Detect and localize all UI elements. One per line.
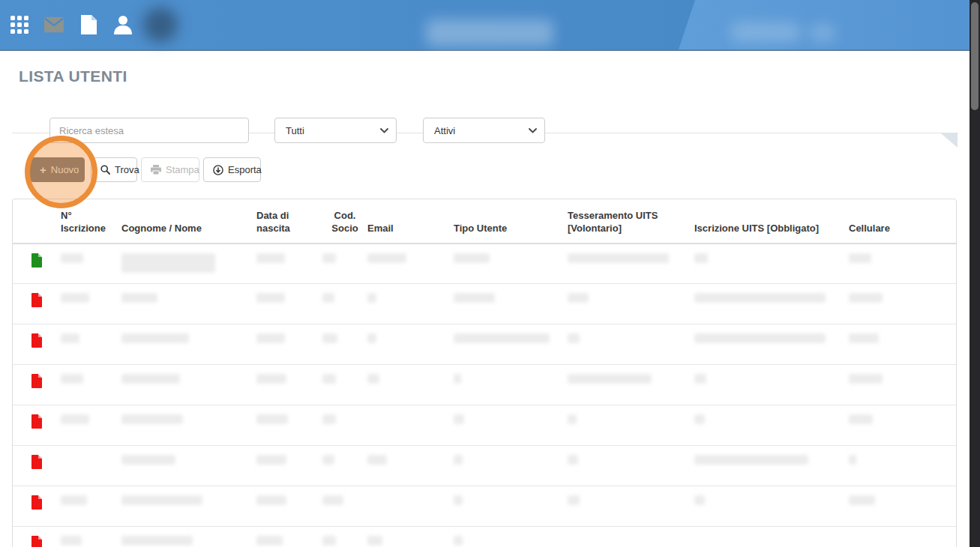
redacted-cell [849,495,875,505]
chevron-down-icon [380,128,388,133]
redacted-cell [849,374,883,384]
column-header-N° Iscrizione: N° Iscrizione [61,199,121,244]
table-row[interactable] [13,324,957,365]
filter-select-tipo[interactable]: Tutti [274,118,397,143]
redacted-cell [849,455,856,465]
filter-select-tipo-value: Tutti [286,125,380,136]
column-header-status [13,199,61,244]
user-icon[interactable] [113,15,133,34]
redacted-cell [367,374,379,384]
redacted-cell [121,333,189,343]
doc-red-icon[interactable] [31,293,42,307]
redacted-cell [322,455,334,465]
table-row[interactable] [13,365,957,405]
mail-icon[interactable] [44,15,64,34]
redacted-cell [61,333,79,343]
plus-icon: + [40,164,46,175]
navbar-title-redacted [426,19,553,46]
nuovo-button-label: Nuovo [51,164,79,175]
redacted-cell [61,293,89,303]
download-circle-icon [213,165,223,175]
navbar-right-item-redacted [810,24,835,42]
stampa-button-label: Stampa [166,164,199,175]
redacted-cell [454,414,464,424]
redacted-cell [61,536,82,546]
redacted-cell [694,414,705,424]
redacted-cell [322,536,336,546]
doc-red-icon[interactable] [31,536,42,547]
table-row[interactable] [13,244,957,284]
redacted-cell [121,374,180,384]
redacted-cell [849,293,883,303]
filter-select-stato-value: Attivi [434,125,529,136]
top-navbar [0,0,980,51]
doc-red-icon[interactable] [31,374,42,388]
scrollbar-thumb[interactable] [971,2,979,110]
table-row[interactable] [13,405,957,446]
table-row[interactable] [13,486,957,527]
redacted-cell [322,253,336,263]
redacted-cell [367,293,376,303]
redacted-cell [61,414,89,424]
stampa-button[interactable]: Stampa [141,157,199,182]
redacted-cell [694,333,826,343]
redacted-cell [322,495,343,505]
doc-red-icon[interactable] [31,455,42,469]
trova-button[interactable]: Trova [91,157,137,182]
redacted-cell [121,414,183,424]
redacted-cell [256,414,288,424]
redacted-cell [849,414,873,424]
column-header-Cod. Socio: Cod. Socio [322,199,367,244]
avatar[interactable] [143,7,178,42]
column-header-Email: Email [367,199,454,244]
redacted-cell [568,455,578,465]
redacted-cell [322,414,336,424]
redacted-cell [849,253,871,263]
redacted-cell [694,374,706,384]
table-row[interactable] [13,284,957,324]
esporta-button[interactable]: Esporta [203,157,261,182]
filter-select-stato[interactable]: Attivi [423,118,545,143]
column-header-Tesseramento UITS [Volontario]: Tesseramento UITS [Volontario] [568,199,694,244]
redacted-cell [454,253,490,263]
scrollbar[interactable] [970,0,980,547]
redacted-cell [694,495,705,505]
redacted-cell [849,333,879,343]
redacted-cell [454,333,550,343]
doc-red-icon[interactable] [31,414,42,429]
redacted-cell [256,374,286,384]
redacted-cell [367,253,406,263]
column-header-Tipo Utente: Tipo Utente [454,199,568,244]
redacted-cell [454,536,463,546]
nuovo-button[interactable]: + Nuovo [30,157,85,182]
redacted-cell [568,253,669,263]
search-input[interactable] [49,118,249,143]
redacted-cell [694,253,708,263]
doc-red-icon[interactable] [31,333,42,348]
redacted-cell [256,253,285,263]
document-icon[interactable] [79,15,98,34]
redacted-cell [367,455,387,465]
redacted-cell [61,374,83,384]
column-header-Cognome / Nome: Cognome / Nome [121,199,256,244]
table-header-row: N° IscrizioneCognome / NomeData di nasci… [13,199,957,244]
column-header-Cellulare: Cellulare [849,199,957,244]
redacted-cell [454,495,463,505]
redacted-cell [568,414,577,424]
redacted-cell [322,374,336,384]
table-row[interactable] [13,527,957,547]
chevron-down-icon [529,128,537,133]
redacted-cell [694,455,808,465]
apps-grid-icon[interactable] [10,15,29,34]
redacted-cell [568,495,580,505]
redacted-cell [121,536,193,546]
doc-red-icon[interactable] [31,495,42,510]
redacted-cell [454,455,463,465]
doc-green-icon[interactable] [31,253,42,268]
redacted-cell [322,333,337,343]
esporta-button-label: Esporta [228,164,262,175]
page-title: LISTA UTENTI [19,67,127,85]
users-table: N° IscrizioneCognome / NomeData di nasci… [13,199,957,547]
table-row[interactable] [13,446,957,486]
redacted-cell [121,253,215,273]
